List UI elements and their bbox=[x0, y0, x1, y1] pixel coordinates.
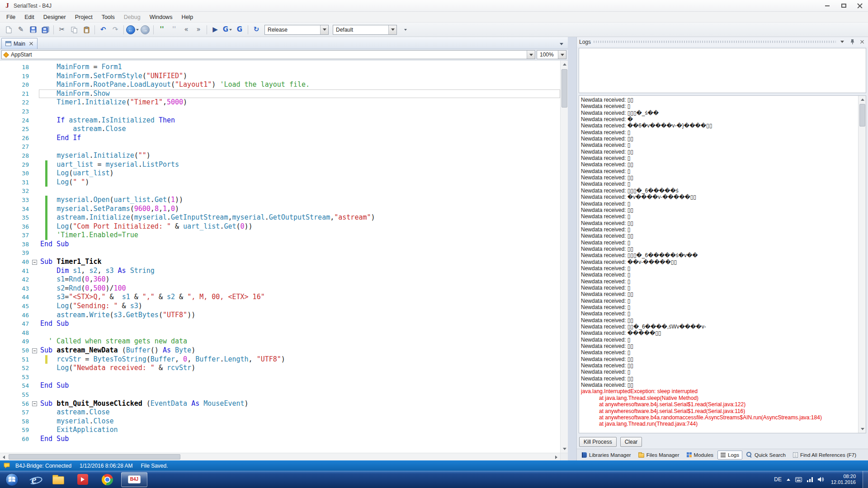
run-button[interactable]: ▶ bbox=[209, 24, 221, 36]
code-line[interactable]: 23 bbox=[0, 107, 560, 116]
menu-project[interactable]: Project bbox=[71, 13, 97, 22]
code-line[interactable]: 53 bbox=[0, 373, 560, 382]
redo-button[interactable]: ↷ bbox=[109, 24, 121, 36]
tab-main[interactable]: Main bbox=[1, 38, 38, 49]
panel-close-button[interactable] bbox=[859, 38, 866, 46]
code-line[interactable]: 40Sub Timer1_Tick bbox=[0, 258, 560, 267]
code-line[interactable]: 50Sub astream_NewData (Buffer() As Byte) bbox=[0, 346, 560, 355]
dock-tab-find-all-references-f7[interactable]: Find All References (F7) bbox=[790, 450, 859, 460]
code-line[interactable]: 55 bbox=[0, 390, 560, 399]
panel-menu-button[interactable] bbox=[839, 38, 846, 46]
code-line[interactable]: 52 Log("Newdata received: " & rcvStr) bbox=[0, 364, 560, 373]
show-desktop-button[interactable] bbox=[863, 471, 868, 488]
code-line[interactable]: 49 ' Called when stream gets new data bbox=[0, 337, 560, 346]
navigate-forward-button[interactable]: → bbox=[139, 24, 151, 36]
close-button[interactable] bbox=[852, 0, 868, 11]
menu-help[interactable]: Help bbox=[177, 13, 198, 22]
code-line[interactable]: 30 Log(uart_list) bbox=[0, 169, 560, 178]
dock-tab-modules[interactable]: Modules bbox=[684, 450, 717, 460]
panel-pin-button[interactable] bbox=[849, 38, 856, 46]
menu-windows[interactable]: Windows bbox=[145, 13, 177, 22]
module-select[interactable]: AppStart bbox=[1, 50, 535, 59]
vertical-scroll-thumb[interactable] bbox=[561, 69, 567, 108]
code-line[interactable]: 57 astream.Close bbox=[0, 408, 560, 417]
fold-collapse-icon[interactable] bbox=[32, 348, 37, 353]
code-line[interactable]: 56Sub btn_Quit_MouseClicked (EventData A… bbox=[0, 399, 560, 408]
language-indicator[interactable]: DE bbox=[774, 476, 782, 483]
clear-logs-button[interactable]: Clear bbox=[620, 437, 642, 447]
horizontal-scroll-thumb[interactable] bbox=[9, 454, 180, 460]
fold-collapse-icon[interactable] bbox=[32, 401, 37, 406]
code-line[interactable]: 58 myserial.Close bbox=[0, 417, 560, 426]
code-line[interactable]: 59 ExitApplication bbox=[0, 426, 560, 435]
code-line[interactable]: 39 bbox=[0, 249, 560, 258]
goto-previous-button[interactable]: G bbox=[234, 24, 245, 36]
uncomment-button[interactable]: '' bbox=[168, 24, 180, 36]
code-line[interactable]: 47End Sub bbox=[0, 319, 560, 328]
code-line[interactable]: 28 myserial.Initialize("") bbox=[0, 151, 560, 160]
menu-tools[interactable]: Tools bbox=[97, 13, 119, 22]
code-line[interactable]: 34 myserial.SetParams(9600,8,1,0) bbox=[0, 205, 560, 214]
scroll-right-button[interactable] bbox=[552, 453, 560, 461]
code-line[interactable]: 29 uart_list = myserial.ListPorts bbox=[0, 160, 560, 169]
code-line[interactable]: 18 MainForm = Form1 bbox=[0, 63, 560, 72]
taskbar-chrome-button[interactable] bbox=[95, 471, 119, 488]
run-configuration-select[interactable]: Default bbox=[333, 25, 397, 35]
tab-list-dropdown-icon[interactable] bbox=[560, 43, 563, 45]
scroll-up-button[interactable] bbox=[561, 61, 568, 68]
code-line[interactable]: 45 Log("Sending: " & s3) bbox=[0, 302, 560, 311]
code-line[interactable]: 31 Log(" ") bbox=[0, 178, 560, 187]
logs-vertical-scrollbar[interactable] bbox=[858, 96, 866, 433]
build-configuration-select[interactable]: Release bbox=[264, 25, 329, 35]
toolbar-overflow-button[interactable] bbox=[399, 24, 411, 36]
code-line[interactable]: 41 Dim s1, s2, s3 As String bbox=[0, 267, 560, 276]
fold-collapse-icon[interactable] bbox=[32, 260, 37, 265]
taskbar-ie-button[interactable]: e bbox=[22, 471, 46, 488]
taskbar-clock[interactable]: 08:20 12.01.2016 bbox=[829, 474, 858, 486]
logs-filter-box[interactable] bbox=[579, 48, 866, 93]
code-line[interactable]: 42 s1=Rnd(0,360) bbox=[0, 275, 560, 284]
scroll-down-button[interactable] bbox=[561, 445, 568, 453]
scroll-down-button[interactable] bbox=[859, 425, 866, 433]
new-button[interactable] bbox=[3, 24, 14, 36]
code-line[interactable]: 24 If astream.IsInitialized Then bbox=[0, 116, 560, 125]
code-line[interactable]: 26 End If bbox=[0, 134, 560, 143]
menu-debug[interactable]: Debug bbox=[119, 13, 145, 22]
logs-list[interactable]: Newdata received: ▯▯Newdata received: ▯N… bbox=[579, 95, 866, 433]
taskbar-b4j-window-button[interactable]: B4J bbox=[121, 472, 147, 487]
cut-button[interactable]: ✂ bbox=[56, 24, 68, 36]
code-line[interactable]: 33 myserial.Open(uart_list.Get(1)) bbox=[0, 196, 560, 205]
taskbar-explorer-button[interactable] bbox=[46, 471, 71, 488]
code-line[interactable]: 38End Sub bbox=[0, 240, 560, 249]
menu-designer[interactable]: Designer bbox=[39, 13, 71, 22]
panel-drag-grip[interactable] bbox=[594, 41, 836, 43]
code-line[interactable]: 36 Log("Com Port Initialized: " & uart_l… bbox=[0, 222, 560, 231]
code-editor[interactable]: 18 MainForm = Form119 MainForm.SetFormSt… bbox=[0, 61, 568, 453]
code-line[interactable]: 37 'Timer1.Enabled=True bbox=[0, 231, 560, 240]
outdent-button[interactable]: « bbox=[180, 24, 192, 36]
editor-vertical-scrollbar[interactable] bbox=[560, 61, 568, 453]
code-line[interactable]: 27 bbox=[0, 142, 560, 151]
volume-icon[interactable] bbox=[818, 477, 824, 482]
navigate-back-button[interactable]: ← bbox=[126, 24, 139, 36]
hidden-icons-chevron-icon[interactable] bbox=[787, 479, 790, 481]
scroll-up-button[interactable] bbox=[859, 96, 866, 103]
editor-horizontal-scrollbar[interactable] bbox=[0, 453, 568, 460]
comment-button[interactable]: '' bbox=[156, 24, 168, 36]
start-button[interactable] bbox=[2, 471, 22, 488]
menu-edit[interactable]: Edit bbox=[20, 13, 39, 22]
zoom-select[interactable]: 100% bbox=[537, 50, 566, 59]
taskbar-media-button[interactable] bbox=[71, 471, 95, 488]
code-line[interactable]: 43 s2=Rnd(0,500)/100 bbox=[0, 284, 560, 293]
code-line[interactable]: 51 rcvStr = BytesToString(Buffer, 0, Buf… bbox=[0, 355, 560, 364]
code-line[interactable]: 21 MainForm.Show bbox=[0, 89, 560, 99]
menu-file[interactable]: File bbox=[2, 13, 20, 22]
tab-close-icon[interactable] bbox=[29, 42, 33, 46]
network-icon[interactable] bbox=[807, 477, 813, 482]
code-line[interactable]: 32 bbox=[0, 187, 560, 196]
minimize-button[interactable] bbox=[819, 0, 835, 11]
paste-button[interactable] bbox=[80, 24, 92, 36]
code-line[interactable]: 25 astream.Close bbox=[0, 125, 560, 134]
indent-button[interactable]: » bbox=[193, 24, 204, 36]
code-line[interactable]: 60End Sub bbox=[0, 435, 560, 444]
